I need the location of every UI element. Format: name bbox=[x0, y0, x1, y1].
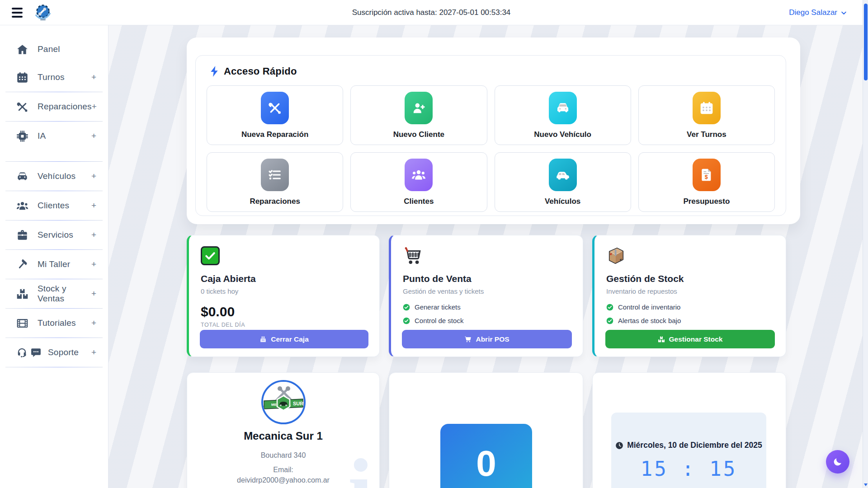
caja-amount-label: TOTAL DEL DÍA bbox=[201, 322, 368, 328]
workshop-email: deividrp2000@yahoo.com.ar bbox=[187, 475, 379, 485]
pos-title: Punto de Venta bbox=[403, 273, 572, 284]
hammer-icon bbox=[16, 258, 28, 271]
logo-text-right: SUR bbox=[293, 401, 303, 406]
sidebar-item-clientes[interactable]: Clientes + bbox=[0, 192, 108, 220]
workshop-logo: MECANICA SUR bbox=[261, 380, 306, 424]
pos-feature: Control de stock bbox=[403, 317, 572, 324]
caja-title: Caja Abierta bbox=[201, 273, 368, 284]
divider bbox=[5, 308, 103, 309]
quick-access-grid: Nueva Reparación Nuevo Cliente Nuevo bbox=[207, 85, 775, 212]
quick-access-header: Acceso Rápido bbox=[209, 66, 297, 77]
checklist-icon bbox=[261, 159, 289, 191]
car-icon bbox=[16, 170, 28, 183]
caja-amount: $0.00 bbox=[201, 304, 368, 319]
abrir-pos-button[interactable]: Abrir POS bbox=[402, 330, 572, 348]
car-side-icon bbox=[549, 159, 577, 191]
chevron-down-icon bbox=[840, 9, 847, 16]
calendar-icon bbox=[693, 92, 721, 124]
caja-subtitle: 0 tickets hoy bbox=[201, 287, 368, 295]
stock-title: Gestión de Stock bbox=[606, 273, 775, 284]
quick-card-ver-turnos[interactable]: Ver Turnos bbox=[638, 85, 775, 145]
divider bbox=[5, 92, 103, 92]
car-front-icon bbox=[549, 92, 577, 124]
quick-card-clientes[interactable]: Clientes bbox=[350, 152, 487, 212]
menu-toggle-button[interactable] bbox=[12, 8, 23, 18]
dark-mode-toggle[interactable] bbox=[826, 450, 849, 474]
svg-text:$: $ bbox=[705, 174, 708, 180]
divider bbox=[5, 191, 103, 191]
quick-card-nueva-reparacion[interactable]: Nueva Reparación bbox=[207, 85, 343, 145]
divider bbox=[5, 279, 103, 279]
calendar-icon bbox=[16, 71, 28, 84]
quick-card-reparaciones[interactable]: Reparaciones bbox=[207, 152, 343, 212]
date-row: Miércoles, 10 de Diciembre del 2025 bbox=[611, 441, 766, 450]
quick-card-nuevo-cliente[interactable]: Nuevo Cliente bbox=[350, 85, 487, 145]
workshop-card: i MECANICA SUR Mecanica Sur 1 Bouchard 3… bbox=[187, 372, 380, 488]
cash-register-icon bbox=[259, 336, 267, 343]
app-logo bbox=[33, 2, 53, 23]
workshop-email-label: Email: bbox=[187, 465, 379, 475]
counter-card: 0 bbox=[389, 372, 583, 488]
pos-card: Punto de Venta Gestión de ventas y ticke… bbox=[389, 235, 583, 357]
moon-icon bbox=[833, 457, 843, 467]
home-icon bbox=[16, 43, 28, 56]
time-display: 15 : 15 bbox=[611, 457, 766, 480]
workshop-address: Bouchard 340 bbox=[187, 450, 379, 460]
quick-card-nuevo-vehiculo[interactable]: Nuevo Vehículo bbox=[495, 85, 631, 145]
scrollbar-track[interactable] bbox=[863, 0, 868, 488]
scrollbar-down-arrow[interactable] bbox=[864, 483, 868, 486]
quick-access-title: Acceso Rápido bbox=[224, 66, 297, 77]
boxes-icon bbox=[658, 336, 665, 343]
users-icon bbox=[16, 200, 28, 212]
clock-card: Miércoles, 10 de Diciembre del 2025 15 :… bbox=[592, 372, 786, 488]
scrollbar-thumb[interactable] bbox=[864, 4, 868, 80]
cerrar-caja-button[interactable]: Cerrar Caja bbox=[200, 330, 368, 348]
sidebar-item-reparaciones[interactable]: Reparaciones + bbox=[0, 93, 108, 121]
check-circle-icon bbox=[606, 317, 613, 324]
users-icon bbox=[405, 159, 433, 191]
quick-card-vehiculos[interactable]: Vehículos bbox=[495, 152, 631, 212]
sidebar-item-turnos[interactable]: Turnos + bbox=[0, 63, 108, 91]
check-box-icon bbox=[201, 246, 220, 265]
sidebar-item-mi-taller[interactable]: Mi Taller + bbox=[0, 250, 108, 278]
shopping-cart-emoji-icon bbox=[403, 246, 424, 265]
user-menu[interactable]: Diego Salazar bbox=[789, 0, 847, 25]
sidebar-item-vehiculos[interactable]: Vehículos + bbox=[0, 162, 108, 190]
chat-bubble-icon bbox=[30, 347, 42, 358]
clock-panel: Miércoles, 10 de Diciembre del 2025 15 :… bbox=[611, 413, 766, 488]
workshop-name: Mecanica Sur 1 bbox=[187, 430, 379, 442]
chip-icon bbox=[16, 130, 28, 142]
user-plus-icon bbox=[405, 92, 433, 124]
stock-card: Gestión de Stock Inventario de repuestos… bbox=[592, 235, 786, 357]
sidebar-item-soporte[interactable]: Soporte + bbox=[0, 338, 108, 366]
sidebar-item-tutoriales[interactable]: Tutoriales + bbox=[0, 309, 108, 337]
sidebar-item-panel[interactable]: Panel bbox=[0, 35, 108, 63]
gestionar-stock-button[interactable]: Gestionar Stock bbox=[605, 330, 775, 348]
sidebar-item-stock-ventas[interactable]: Stock y Ventas + bbox=[0, 280, 108, 308]
pos-subtitle: Gestión de ventas y tickets bbox=[403, 287, 572, 295]
tools-icon bbox=[16, 101, 28, 113]
quick-card-presupuesto[interactable]: $ Presupuesto bbox=[638, 152, 775, 212]
check-circle-icon bbox=[606, 304, 613, 311]
divider bbox=[5, 367, 103, 367]
subscription-status: Suscripción activa hasta: 2027-05-01 00:… bbox=[0, 8, 863, 17]
sidebar-item-servicios[interactable]: Servicios + bbox=[0, 221, 108, 249]
check-circle-icon bbox=[403, 304, 410, 311]
briefcase-icon bbox=[16, 229, 28, 241]
package-emoji-icon bbox=[606, 246, 626, 265]
caja-card: Caja Abierta 0 tickets hoy $0.00 TOTAL D… bbox=[187, 235, 380, 357]
counter-value: 0 bbox=[476, 443, 496, 488]
date-text: Miércoles, 10 de Diciembre del 2025 bbox=[627, 441, 762, 450]
divider bbox=[5, 338, 103, 338]
sidebar: Panel Turnos + Reparaciones + IA + bbox=[0, 25, 108, 488]
pos-feature: Generar tickets bbox=[403, 303, 572, 311]
lightning-icon bbox=[209, 66, 219, 77]
divider bbox=[5, 121, 103, 122]
counter-tile: 0 bbox=[440, 424, 532, 488]
wrench-screwdriver-icon bbox=[261, 92, 289, 124]
sidebar-item-ia[interactable]: IA + bbox=[0, 122, 108, 150]
film-icon bbox=[16, 317, 28, 329]
stock-feature: Alertas de stock bajo bbox=[606, 317, 775, 324]
user-name: Diego Salazar bbox=[789, 8, 837, 17]
divider bbox=[5, 161, 103, 162]
